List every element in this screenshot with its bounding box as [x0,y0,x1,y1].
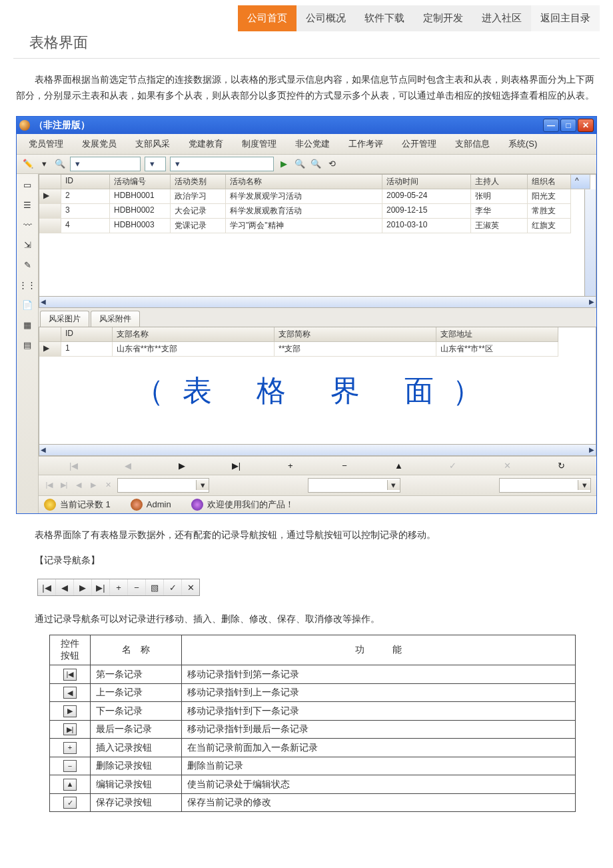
func-row: + 插入记录按钮 在当前记录前面加入一条新记录 [50,739,576,757]
sm-first-icon[interactable]: |◀ [44,481,55,489]
function-table: 控件 按钮 名 称 功 能 |◀ 第一条记录 移动记录指针到第一条记录 ◀ 上一… [49,635,576,812]
sm-next-icon[interactable]: ▶ [88,481,99,489]
dcol-short[interactable]: 支部简称 [275,327,436,342]
menu-evaluation[interactable]: 工作考评 [339,137,392,151]
ns-del-icon[interactable]: − [128,579,146,595]
master-row[interactable]: ▶ 2 HDBH0001 政治学习 科学发展观学习活动 2009-05-24 张… [39,189,584,204]
dcol-addr[interactable]: 支部地址 [436,327,558,342]
nav-about[interactable]: 公司概况 [297,5,355,31]
sm-last-icon[interactable]: ▶| [59,481,69,489]
nav-edit-icon[interactable]: ▲ [388,461,409,471]
window-title: （非注册版） [34,119,543,131]
play-icon[interactable]: ▶ [278,158,290,170]
sm-cancel-icon[interactable]: ✕ [103,481,113,489]
sm-prev-icon[interactable]: ◀ [73,481,84,489]
nav-last-icon[interactable]: ▶| [226,461,247,471]
col-type[interactable]: 活动类别 [171,175,226,189]
side-icon-dots[interactable]: ⋮⋮ [20,278,35,293]
nav-cancel-icon[interactable]: ✕ [496,461,518,471]
close-button[interactable]: ✕ [578,119,594,132]
col-org[interactable]: 组织名 [528,175,571,189]
nav-custom[interactable]: 定制开发 [414,5,472,31]
side-icon-link[interactable]: ⇲ [20,238,35,253]
ns-prev-icon[interactable]: ◀ [56,579,74,595]
func-row: ▶ 下一条记录 移动记录指针到下一条记录 [50,702,576,721]
find-asc-icon[interactable]: 🔍 [294,158,306,170]
welcome-icon [191,499,203,511]
refresh-icon[interactable]: ⟲ [326,158,338,170]
ns-last-icon[interactable]: ▶| [92,579,110,595]
combo-a[interactable]: ▾ [117,478,209,493]
side-icon-doc[interactable]: 📄 [20,298,35,313]
dcol-name[interactable]: 支部名称 [113,327,275,342]
last-glyph-icon: ▶| [63,723,77,735]
col-time[interactable]: 活动时间 [382,175,471,189]
watermark-label: （表 格 界 面） [39,357,596,444]
col-name[interactable]: 活动名称 [226,175,382,189]
nav-next-icon[interactable]: ▶ [171,461,193,471]
page-title: 表格界面 [13,31,600,59]
ns-first-icon[interactable]: |◀ [38,579,56,595]
menu-public[interactable]: 公开管理 [392,137,446,151]
nav-back[interactable]: 返回主目录 [531,5,600,31]
side-icon-chart[interactable]: 〰 [20,218,35,233]
combo-3[interactable]: ▾ [170,157,274,171]
nav-save-icon[interactable]: ✓ [442,461,464,471]
paragraph-3: 通过记录导航条可以对记录进行移动、插入、删除、修改、保存、取消修改等操作。 [16,613,597,625]
detail-row[interactable]: ▶ 1 山东省**市**支部 **支部 山东省**市**区 [39,342,596,357]
col-host[interactable]: 主持人 [471,175,528,189]
side-icon-form[interactable]: ▭ [20,178,35,193]
pencil-icon[interactable]: ✏️ [22,158,34,170]
master-grid: ID 活动编号 活动类别 活动名称 活动时间 主持人 组织名 ^ [39,174,596,297]
nav-community[interactable]: 进入社区 [472,5,531,31]
master-row[interactable]: 4 HDBH0003 党课记录 学习"两会"精神 2010-03-10 王淑英 … [39,219,584,233]
maximize-button[interactable]: □ [560,119,576,132]
ns-add-icon[interactable]: + [110,579,128,595]
combo-1[interactable]: ▾ [70,157,141,171]
status-user: Admin [147,499,171,509]
menu-education[interactable]: 党建教育 [179,137,233,151]
menu-branch-info[interactable]: 支部信息 [446,137,499,151]
nav-strip: |◀ ◀ ▶ ▶| + − ▧ ✓ ✕ [37,579,200,596]
menu-system-mgmt[interactable]: 制度管理 [233,137,286,151]
menu-develop[interactable]: 发展党员 [73,137,126,151]
ns-save-icon[interactable]: ✓ [164,579,182,595]
ns-edit-icon[interactable]: ▧ [146,579,164,595]
menu-system[interactable]: 系统(S) [499,137,546,151]
menu-party-manage[interactable]: 党员管理 [19,137,73,151]
menu-branch[interactable]: 支部风采 [126,137,179,151]
nav-refresh-icon[interactable]: ↻ [550,461,572,471]
find-desc-icon[interactable]: 🔍 [310,158,322,170]
tab-attachments[interactable]: 风采附件 [91,311,140,327]
nav-add-icon[interactable]: + [280,461,301,471]
dcol-id[interactable]: ID [61,327,113,342]
detail-horizontal-scrollbar[interactable]: ◀▶ [39,445,596,456]
dropdown-arrow-icon[interactable]: ▾ [38,158,50,170]
scroll-up-icon[interactable]: ^ [571,175,590,189]
master-horizontal-scrollbar[interactable]: ◀▶ [39,297,596,308]
nav-first-icon[interactable]: |◀ [63,461,85,471]
combo-b[interactable]: ▾ [308,478,400,493]
master-vertical-scrollbar[interactable] [584,189,596,296]
col-id[interactable]: ID [61,175,110,189]
side-icon-grid[interactable]: ▦ [20,318,35,333]
ns-cancel-icon[interactable]: ✕ [182,579,199,595]
side-icon-edit[interactable]: ✎ [20,258,35,273]
nav-home[interactable]: 公司首页 [238,5,297,31]
menubar: 党员管理 发展党员 支部风采 党建教育 制度管理 非公党建 工作考评 公开管理 … [17,134,596,155]
combo-c[interactable]: ▾ [499,478,591,493]
menu-nonpublic[interactable]: 非公党建 [286,137,339,151]
side-icon-card[interactable]: ▤ [20,338,35,353]
func-row: ✓ 保存记录按钮 保存当前记录的修改 [50,793,576,812]
search-icon[interactable]: 🔍 [54,158,66,170]
minimize-button[interactable]: — [543,119,559,132]
ns-next-icon[interactable]: ▶ [74,579,92,595]
master-row[interactable]: 3 HDBH0002 大会记录 科学发展观教育活动 2009-12-15 李华 … [39,204,584,219]
nav-download[interactable]: 软件下载 [355,5,414,31]
side-icon-list[interactable]: ☰ [20,198,35,213]
col-no[interactable]: 活动编号 [110,175,171,189]
tab-photos[interactable]: 风采图片 [40,311,89,327]
combo-2[interactable]: ▾ [145,157,166,171]
nav-prev-icon[interactable]: ◀ [117,461,139,471]
nav-del-icon[interactable]: − [334,461,355,471]
